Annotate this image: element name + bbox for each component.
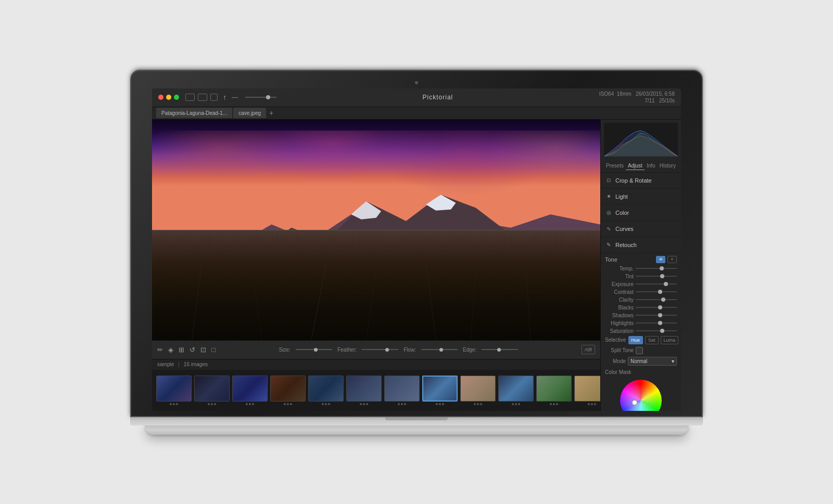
view-icon-1[interactable] — [185, 94, 195, 101]
crop-tool[interactable]: ⊡ — [200, 346, 206, 354]
thumbnail-8-selected[interactable] — [422, 376, 458, 402]
thumbnail-6[interactable] — [346, 376, 382, 402]
color-wheel-handle[interactable] — [632, 400, 637, 405]
edge-slider[interactable] — [482, 349, 518, 350]
curves-header[interactable]: ∿ Curves — [605, 224, 677, 234]
add-tab-button[interactable]: + — [269, 109, 273, 117]
light-header[interactable]: ☀ Light — [605, 191, 677, 202]
thumbnail-4[interactable] — [270, 376, 306, 402]
shadows-slider[interactable] — [636, 315, 677, 316]
grid-tool[interactable]: ⊞ — [179, 346, 184, 354]
split-tone-row: Split Tone — [605, 347, 677, 354]
thumbnail-5[interactable] — [308, 376, 344, 402]
right-panel: Presets Adjust Info History ⊡ Crop & Rot… — [600, 120, 681, 411]
ground-cracks — [152, 263, 600, 340]
macbook-frame: ↑ — Picktorial ISO64 18mm — [130, 70, 703, 435]
tool-bar-bottom: ✏ ◈ ⊞ ↺ ⊡ □ Size: Feather: — [152, 340, 600, 359]
list-item[interactable] — [574, 376, 600, 405]
feather-slider[interactable] — [362, 349, 398, 350]
temp-slider[interactable] — [636, 268, 677, 269]
crop-header[interactable]: ⊡ Crop & Rotate — [605, 175, 677, 186]
selective-sat-btn[interactable]: Sat — [645, 336, 659, 344]
list-item[interactable] — [194, 376, 230, 405]
zoom-slider[interactable] — [245, 97, 276, 98]
thumbnail-11[interactable] — [536, 376, 572, 402]
blacks-slider[interactable] — [636, 307, 677, 308]
mode-row: Mode Normal ▾ — [605, 357, 677, 366]
curves-section: ∿ Curves — [601, 221, 681, 237]
exposure-slider[interactable] — [636, 283, 677, 285]
color-wheel[interactable] — [620, 380, 662, 411]
list-item[interactable] — [232, 376, 268, 405]
view-icon-2[interactable] — [198, 94, 207, 101]
flow-slider[interactable] — [421, 349, 458, 350]
tone-icons: ≋ ≡ — [656, 256, 677, 263]
thumbnail-1[interactable] — [156, 376, 192, 402]
retouch-header[interactable]: ✎ Retouch — [605, 240, 677, 250]
divider-1: — — [232, 94, 238, 101]
thumbnail-9[interactable] — [460, 376, 496, 402]
screen: ↑ — Picktorial ISO64 18mm — [152, 88, 681, 411]
thumbnail-12[interactable] — [574, 376, 600, 402]
tab-info[interactable]: Info — [645, 162, 658, 170]
close-btn[interactable] — [158, 95, 163, 100]
tone-icon-lines[interactable]: ≡ — [667, 256, 677, 263]
list-item[interactable] — [346, 376, 382, 405]
list-item[interactable] — [308, 376, 344, 405]
color-wheel-area — [605, 377, 677, 411]
size-slider[interactable] — [296, 349, 332, 350]
tab-history[interactable]: History — [658, 162, 678, 170]
laptop-stand — [145, 425, 689, 435]
minimize-btn[interactable] — [166, 95, 171, 100]
laptop-base — [130, 417, 703, 425]
svg-line-9 — [426, 263, 436, 340]
blacks-label: Blacks — [605, 305, 634, 311]
list-item[interactable] — [536, 376, 572, 405]
thumbnail-7[interactable] — [384, 376, 420, 402]
list-item[interactable] — [498, 376, 534, 405]
contrast-label: Contrast — [605, 289, 634, 295]
erase-tool[interactable]: ◈ — [168, 346, 173, 354]
list-item[interactable] — [460, 376, 496, 405]
saturation-label: Saturation — [605, 328, 634, 334]
crop-icon: ⊡ — [605, 177, 612, 184]
saturation-slider[interactable] — [636, 330, 677, 331]
mode-dropdown[interactable]: Normal ▾ — [628, 357, 677, 366]
tab-photo-2[interactable]: cave.jpeg — [233, 108, 266, 118]
list-item[interactable] — [270, 376, 306, 405]
selective-hue-btn[interactable]: Hue — [628, 336, 643, 344]
list-item[interactable] — [422, 376, 458, 405]
tab-presets[interactable]: Presets — [604, 162, 626, 170]
list-item[interactable] — [156, 376, 192, 405]
main-area: ✏ ◈ ⊞ ↺ ⊡ □ Size: Feather: — [152, 120, 681, 411]
rotate-tool[interactable]: ↺ — [190, 346, 195, 354]
share-icon[interactable]: ↑ — [223, 93, 226, 101]
thumbnail-2[interactable] — [194, 376, 230, 402]
tint-slider[interactable] — [636, 276, 677, 277]
view-icon-3[interactable] — [210, 94, 218, 101]
list-item[interactable] — [384, 376, 420, 405]
clarity-slider[interactable] — [636, 299, 677, 300]
tab-adjust[interactable]: Adjust — [626, 162, 645, 170]
tab-photo-1[interactable]: Patagonia-Laguna-Dead-1... — [156, 108, 232, 118]
contrast-slider[interactable] — [636, 291, 677, 292]
clarity-label: Clarity — [605, 297, 634, 303]
color-mask-label: Color Mask — [605, 368, 677, 377]
highlights-slider[interactable] — [636, 322, 677, 324]
retouch-label: Retouch — [615, 242, 677, 248]
tone-icon-wave[interactable]: ≋ — [656, 256, 665, 263]
thumbnail-10[interactable] — [498, 376, 534, 402]
color-header[interactable]: ◎ Color — [605, 208, 677, 218]
thumbnail-3[interactable] — [232, 376, 268, 402]
highlights-slider-row: Highlights — [605, 320, 677, 326]
ab-compare-button[interactable]: A|B — [582, 345, 595, 354]
reflection-line — [152, 230, 600, 230]
selective-row: Selective Hue Sat Luma — [605, 336, 677, 344]
split-tone-swatch[interactable] — [636, 347, 643, 354]
maximize-btn[interactable] — [174, 95, 179, 100]
square-tool[interactable]: □ — [211, 346, 216, 354]
pencil-tool[interactable]: ✏ — [157, 346, 163, 354]
blacks-slider-row: Blacks — [605, 305, 677, 311]
flow-label: Flow: — [403, 347, 416, 353]
selective-luma-btn[interactable]: Luma — [661, 336, 679, 344]
